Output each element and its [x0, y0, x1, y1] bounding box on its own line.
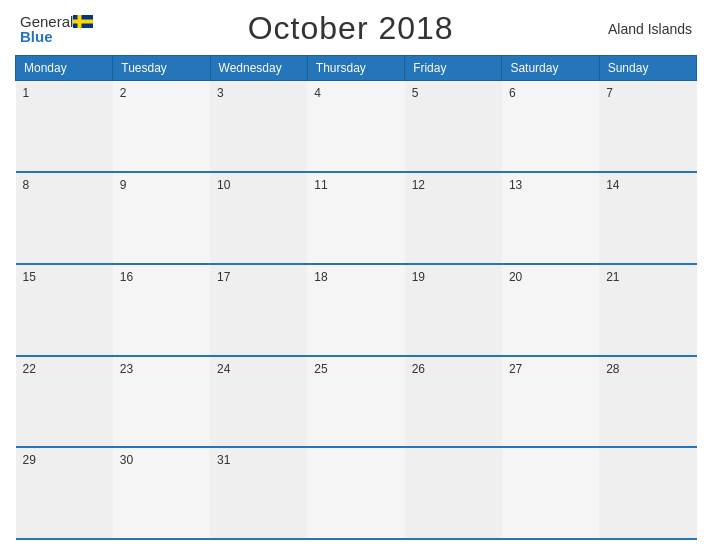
calendar-day-cell: 10 — [210, 172, 307, 264]
calendar-header-row: MondayTuesdayWednesdayThursdayFridaySatu… — [16, 56, 697, 81]
calendar-day-cell: 13 — [502, 172, 599, 264]
calendar-day-cell: 21 — [599, 264, 696, 356]
calendar-day-cell: 6 — [502, 81, 599, 173]
calendar-day-cell: 7 — [599, 81, 696, 173]
calendar-day-cell: 12 — [405, 172, 502, 264]
day-number: 8 — [23, 178, 30, 192]
day-number: 29 — [23, 453, 36, 467]
day-number: 15 — [23, 270, 36, 284]
calendar-day-cell: 1 — [16, 81, 113, 173]
calendar-day-cell: 29 — [16, 447, 113, 539]
calendar-day-cell: 5 — [405, 81, 502, 173]
day-number: 16 — [120, 270, 133, 284]
day-number: 2 — [120, 86, 127, 100]
calendar-week-row: 1234567 — [16, 81, 697, 173]
page-header: General Blue October 2018 Aland Islands — [15, 10, 697, 47]
day-number: 12 — [412, 178, 425, 192]
calendar-day-cell — [502, 447, 599, 539]
calendar-day-cell: 25 — [307, 356, 404, 448]
calendar-day-cell: 31 — [210, 447, 307, 539]
day-number: 25 — [314, 362, 327, 376]
day-number: 24 — [217, 362, 230, 376]
day-number: 30 — [120, 453, 133, 467]
calendar-day-cell: 3 — [210, 81, 307, 173]
calendar-day-cell: 4 — [307, 81, 404, 173]
calendar-day-header: Thursday — [307, 56, 404, 81]
day-number: 6 — [509, 86, 516, 100]
calendar-day-header: Tuesday — [113, 56, 210, 81]
day-number: 10 — [217, 178, 230, 192]
day-number: 3 — [217, 86, 224, 100]
calendar-day-header: Saturday — [502, 56, 599, 81]
calendar-day-cell: 28 — [599, 356, 696, 448]
day-number: 20 — [509, 270, 522, 284]
day-number: 26 — [412, 362, 425, 376]
day-number: 17 — [217, 270, 230, 284]
calendar-day-header: Monday — [16, 56, 113, 81]
calendar-day-cell: 11 — [307, 172, 404, 264]
day-number: 28 — [606, 362, 619, 376]
calendar-day-cell: 9 — [113, 172, 210, 264]
calendar-day-cell: 18 — [307, 264, 404, 356]
calendar-week-row: 15161718192021 — [16, 264, 697, 356]
calendar-week-row: 891011121314 — [16, 172, 697, 264]
logo-general-text: General — [20, 14, 73, 29]
day-number: 27 — [509, 362, 522, 376]
calendar-day-cell — [307, 447, 404, 539]
region-label: Aland Islands — [608, 21, 692, 37]
calendar-day-cell: 19 — [405, 264, 502, 356]
day-number: 22 — [23, 362, 36, 376]
svg-rect-2 — [78, 15, 82, 28]
calendar-day-cell: 20 — [502, 264, 599, 356]
day-number: 9 — [120, 178, 127, 192]
calendar-day-cell: 23 — [113, 356, 210, 448]
day-number: 31 — [217, 453, 230, 467]
calendar-day-cell: 15 — [16, 264, 113, 356]
calendar-day-cell — [405, 447, 502, 539]
calendar-day-cell: 26 — [405, 356, 502, 448]
calendar-day-cell — [599, 447, 696, 539]
calendar-week-row: 293031 — [16, 447, 697, 539]
calendar-day-cell: 16 — [113, 264, 210, 356]
logo: General Blue — [20, 14, 93, 44]
calendar-day-cell: 2 — [113, 81, 210, 173]
calendar-day-header: Sunday — [599, 56, 696, 81]
logo-flag-icon — [73, 15, 93, 28]
calendar-week-row: 22232425262728 — [16, 356, 697, 448]
day-number: 5 — [412, 86, 419, 100]
calendar-day-cell: 17 — [210, 264, 307, 356]
calendar-day-cell: 30 — [113, 447, 210, 539]
day-number: 11 — [314, 178, 327, 192]
day-number: 4 — [314, 86, 321, 100]
day-number: 21 — [606, 270, 619, 284]
calendar-day-cell: 8 — [16, 172, 113, 264]
calendar-day-cell: 27 — [502, 356, 599, 448]
day-number: 1 — [23, 86, 30, 100]
day-number: 13 — [509, 178, 522, 192]
calendar-day-cell: 24 — [210, 356, 307, 448]
day-number: 14 — [606, 178, 619, 192]
calendar-table: MondayTuesdayWednesdayThursdayFridaySatu… — [15, 55, 697, 540]
day-number: 18 — [314, 270, 327, 284]
calendar-day-header: Wednesday — [210, 56, 307, 81]
calendar-day-cell: 14 — [599, 172, 696, 264]
day-number: 23 — [120, 362, 133, 376]
day-number: 7 — [606, 86, 613, 100]
logo-blue-text: Blue — [20, 29, 53, 44]
calendar-day-header: Friday — [405, 56, 502, 81]
calendar-title: October 2018 — [248, 10, 454, 47]
svg-rect-1 — [73, 19, 93, 23]
calendar-day-cell: 22 — [16, 356, 113, 448]
day-number: 19 — [412, 270, 425, 284]
